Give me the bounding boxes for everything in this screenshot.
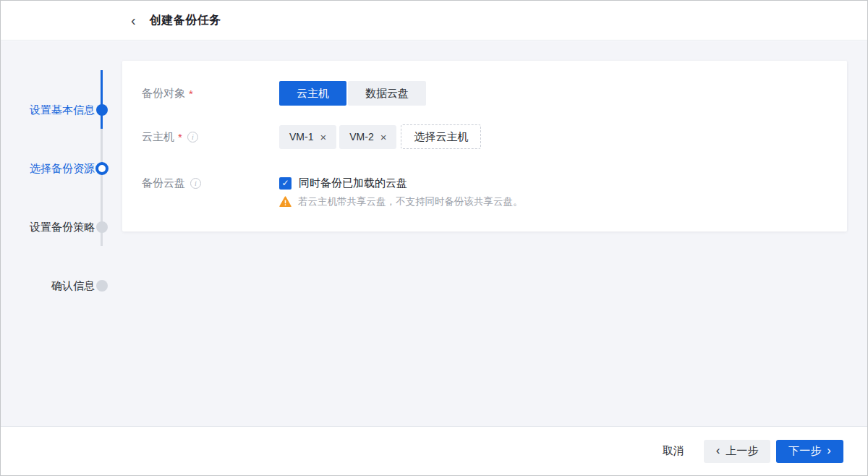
backup-object-label: 备份对象 *	[142, 87, 268, 101]
warning-text: 若云主机带共享云盘，不支持同时备份该共享云盘。	[298, 195, 523, 208]
info-icon[interactable]: i	[190, 178, 201, 189]
step-label: 确认信息	[1, 279, 95, 293]
vm-tag: VM-1 ×	[279, 125, 336, 149]
shared-disk-warning: 若云主机带共享云盘，不支持同时备份该共享云盘。	[279, 195, 523, 208]
step-label: 选择备份资源	[1, 162, 95, 176]
backup-loaded-disk-checkbox[interactable]: ✓	[279, 177, 292, 190]
step-dot-current	[95, 162, 109, 175]
page-footer: 取消 ‹ 上一步 下一步 ›	[1, 426, 867, 475]
vm-tag-label: VM-1	[289, 131, 313, 143]
checkbox-label[interactable]: 同时备份已加载的云盘	[299, 177, 407, 190]
required-mark: *	[178, 131, 182, 143]
page-body: 设置基本信息 选择备份资源 设置备份策略 确认信息 备份对象 * 云主机 数据云…	[1, 41, 867, 426]
label-text: 备份云盘	[142, 177, 185, 190]
page-header: ‹ 创建备份任务	[1, 1, 867, 41]
step-label: 设置基本信息	[1, 103, 95, 117]
next-step-button[interactable]: 下一步 ›	[776, 440, 843, 463]
backup-object-toggle: 云主机 数据云盘	[279, 81, 426, 106]
vm-tags-row: VM-1 × VM-2 × 选择云主机	[279, 124, 481, 149]
chevron-right-icon: ›	[827, 444, 831, 456]
toggle-option-data-disk[interactable]: 数据云盘	[348, 81, 426, 106]
backup-disk-label: 备份云盘 i	[142, 177, 268, 190]
back-icon[interactable]: ‹	[128, 12, 139, 29]
vm-tag-label: VM-2	[349, 131, 373, 143]
label-text: 备份对象	[142, 87, 185, 101]
warning-icon	[279, 196, 292, 208]
remove-tag-icon[interactable]: ×	[320, 132, 326, 143]
step-dot-pending	[96, 280, 108, 292]
step-dot-done	[96, 104, 108, 116]
stepper-connector-done	[101, 70, 103, 129]
create-backup-task-page: ‹ 创建备份任务 设置基本信息 选择备份资源 设置备份策略 确认信息 备份对象	[0, 0, 868, 476]
remove-tag-icon[interactable]: ×	[380, 132, 387, 143]
prev-step-button[interactable]: ‹ 上一步	[704, 440, 771, 463]
info-icon[interactable]: i	[187, 132, 198, 143]
required-mark: *	[189, 88, 193, 100]
step-dot-pending	[96, 221, 108, 233]
select-vm-button[interactable]: 选择云主机	[401, 124, 481, 149]
label-text: 云主机	[142, 130, 174, 144]
chevron-left-icon: ‹	[716, 444, 720, 456]
toggle-option-vm[interactable]: 云主机	[279, 81, 346, 106]
step-label: 设置备份策略	[1, 221, 95, 234]
backup-disk-check-row: ✓ 同时备份已加载的云盘	[279, 177, 407, 190]
prev-step-label: 上一步	[726, 444, 758, 458]
next-step-label: 下一步	[788, 444, 821, 458]
vm-field-label: 云主机 * i	[142, 130, 268, 144]
vm-tag: VM-2 ×	[339, 125, 396, 149]
form-card: 备份对象 * 云主机 数据云盘 云主机 * i VM-1 × VM-2	[122, 61, 847, 231]
page-title: 创建备份任务	[150, 13, 221, 28]
cancel-button[interactable]: 取消	[663, 444, 684, 458]
